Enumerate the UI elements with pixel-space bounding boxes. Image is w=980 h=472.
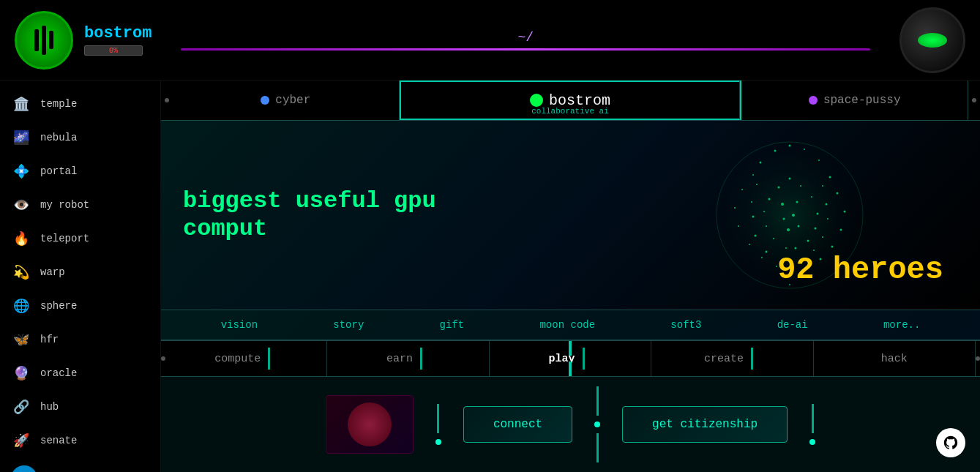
bottom-nav-hack[interactable]: hack xyxy=(814,341,976,376)
svg-point-45 xyxy=(752,216,755,218)
svg-point-4 xyxy=(818,160,820,161)
logo-circle[interactable] xyxy=(15,11,73,70)
svg-point-11 xyxy=(844,211,846,213)
card-left-deco xyxy=(435,404,441,445)
svg-point-8 xyxy=(741,189,743,190)
sidebar-item-hfr[interactable]: 🦋 hfr xyxy=(0,323,160,356)
svg-point-44 xyxy=(827,218,828,220)
sidebar-item-my-robot[interactable]: 👁️ my robot xyxy=(0,189,160,221)
svg-point-48 xyxy=(813,250,815,251)
svg-point-39 xyxy=(798,225,800,228)
deco-pipe-center2 xyxy=(596,433,599,462)
deco-dot-center xyxy=(594,422,600,427)
citizenship-button[interactable]: get citizenship xyxy=(622,406,788,443)
svg-point-26 xyxy=(763,211,765,212)
svg-point-10 xyxy=(734,207,736,209)
sidebar-item-warp[interactable]: 💫 warp xyxy=(0,256,160,288)
card-right-deco xyxy=(809,404,815,445)
earn-pipe xyxy=(420,348,422,370)
tab-space-pussy[interactable]: space-pussy xyxy=(741,80,968,120)
header: bostrom 0% ~/ xyxy=(0,0,980,80)
svg-point-13 xyxy=(840,229,842,231)
sidebar-item-temple[interactable]: 🏛️ temple xyxy=(0,88,160,120)
hero-nav-moon-code[interactable]: moon code xyxy=(539,319,595,331)
main-layout: 🏛️ temple 🌌 nebula 💠 portal 👁️ my robot … xyxy=(0,80,980,472)
eye-icon xyxy=(918,33,947,48)
svg-point-6 xyxy=(752,174,754,176)
sidebar-item-nebula[interactable]: 🌌 nebula xyxy=(0,121,160,154)
header-left: bostrom 0% xyxy=(15,11,152,70)
hero-nav-story[interactable]: story xyxy=(333,319,364,331)
temple-icon: 🏛️ xyxy=(11,94,31,114)
header-avatar[interactable] xyxy=(899,7,965,73)
play-label: play xyxy=(549,353,575,365)
robot-icon: 👁️ xyxy=(11,195,31,215)
citizenship-label: get citizenship xyxy=(652,418,758,431)
bostrom-dot xyxy=(530,94,543,107)
compute-pipe xyxy=(268,348,270,370)
bottom-nav-create[interactable]: create xyxy=(651,341,813,376)
svg-point-29 xyxy=(815,228,817,230)
tab-space-pussy-label: space-pussy xyxy=(823,94,901,107)
sidebar: 🏛️ temple 🌌 nebula 💠 portal 👁️ my robot … xyxy=(0,80,161,472)
svg-point-3 xyxy=(774,150,777,152)
hero-nav-de-ai[interactable]: de-ai xyxy=(777,319,808,331)
sidebar-label-hub: hub xyxy=(40,401,59,413)
header-search[interactable]: ~/ xyxy=(152,30,899,50)
svg-point-41 xyxy=(756,184,758,185)
left-card-visual xyxy=(326,395,414,454)
sidebar-label-sphere: sphere xyxy=(40,300,77,312)
sidebar-item-oracle[interactable]: 🔮 oracle xyxy=(0,357,160,389)
sidebar-item-teleport[interactable]: 🔥 teleport xyxy=(0,222,160,255)
card-center-deco xyxy=(594,386,600,462)
connect-label: connect xyxy=(493,418,542,431)
connect-button[interactable]: connect xyxy=(463,406,572,443)
cards-section: connect get citizenship xyxy=(161,377,980,472)
sidebar-item-portal[interactable]: 💠 portal xyxy=(0,155,160,187)
bottom-nav-earn[interactable]: earn xyxy=(327,341,489,376)
bottom-nav-compute[interactable]: compute xyxy=(165,341,327,376)
hero-nav-soft3[interactable]: soft3 xyxy=(670,319,701,331)
deco-dot-right xyxy=(809,439,815,445)
svg-point-33 xyxy=(795,247,797,250)
sidebar-label-senate: senate xyxy=(40,435,77,446)
hero-nav-more[interactable]: more.. xyxy=(883,319,920,331)
github-button[interactable] xyxy=(936,428,965,457)
tab-bostrom[interactable]: bostrom collaborative ai xyxy=(401,80,741,120)
right-dot xyxy=(972,98,976,102)
svg-point-12 xyxy=(738,225,739,227)
hero-count: 92 heroes xyxy=(777,252,943,288)
hero-nav: vision story gift moon code soft3 de-ai … xyxy=(161,310,980,340)
cyber-dot xyxy=(261,96,269,105)
header-title: bostrom xyxy=(84,24,152,42)
sidebar-label-portal: portal xyxy=(40,165,77,177)
svg-point-35 xyxy=(796,201,798,203)
sidebar-label-temple: temple xyxy=(40,98,77,110)
svg-point-32 xyxy=(785,247,787,249)
hero-nav-gift[interactable]: gift xyxy=(440,319,465,331)
tab-cyber-label: cyber xyxy=(275,94,310,107)
telegram-button[interactable]: ✈ xyxy=(11,465,37,472)
tab-cyber[interactable]: cyber xyxy=(173,80,400,120)
create-label: create xyxy=(704,353,744,365)
svg-point-27 xyxy=(817,213,819,215)
svg-point-28 xyxy=(766,225,767,227)
space-pussy-dot xyxy=(809,96,818,105)
create-pipe xyxy=(751,348,753,370)
svg-point-30 xyxy=(773,238,774,239)
sphere-icon: 🌐 xyxy=(11,296,31,316)
hero-nav-vision[interactable]: vision xyxy=(221,319,258,331)
sidebar-item-sphere[interactable]: 🌐 sphere xyxy=(0,290,160,322)
senate-icon: 🚀 xyxy=(11,430,31,451)
sidebar-label-my-robot: my robot xyxy=(40,199,89,211)
sidebar-item-senate[interactable]: 🚀 senate xyxy=(0,424,160,457)
svg-point-37 xyxy=(783,218,785,220)
svg-point-40 xyxy=(822,185,823,187)
sidebar-label-hfr: hfr xyxy=(40,334,59,345)
play-pipe xyxy=(583,348,585,370)
bottom-nav-play[interactable]: play xyxy=(490,341,651,376)
hack-label: hack xyxy=(881,353,908,365)
search-bar[interactable] xyxy=(181,48,870,50)
sidebar-item-hub[interactable]: 🔗 hub xyxy=(0,391,160,423)
deco-pipe-right xyxy=(812,404,814,433)
